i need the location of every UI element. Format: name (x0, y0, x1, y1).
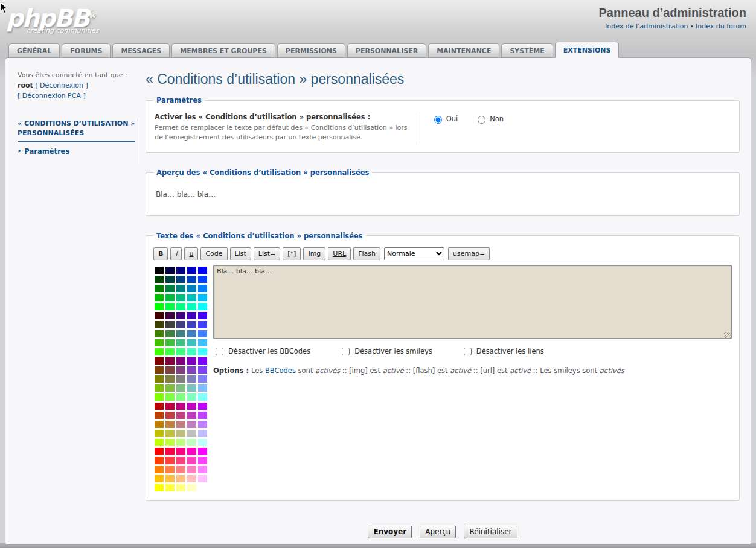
palette-color-swatch[interactable] (155, 321, 164, 328)
radio-non[interactable]: Non (475, 114, 504, 124)
palette-color-swatch[interactable] (176, 384, 185, 392)
palette-color-swatch[interactable] (165, 321, 175, 328)
palette-color-swatch[interactable] (165, 475, 175, 482)
palette-color-swatch[interactable] (187, 312, 196, 319)
palette-color-swatch[interactable] (198, 321, 207, 328)
bbcode-italic-button[interactable]: i (170, 247, 182, 260)
disable-smilies-checkbox[interactable]: Désactiver les smileys (339, 346, 432, 357)
palette-color-swatch[interactable] (155, 475, 164, 482)
palette-color-swatch[interactable] (187, 457, 196, 464)
logout-link[interactable]: [ Déconnexion ] (35, 81, 88, 89)
palette-color-swatch[interactable] (176, 330, 185, 337)
palette-color-swatch[interactable] (198, 466, 207, 473)
palette-color-swatch[interactable] (155, 384, 164, 392)
palette-color-swatch[interactable] (176, 294, 185, 301)
palette-color-swatch[interactable] (187, 366, 196, 374)
palette-color-swatch[interactable] (155, 285, 164, 292)
palette-color-swatch[interactable] (155, 312, 164, 319)
palette-color-swatch[interactable] (198, 439, 207, 446)
palette-color-swatch[interactable] (165, 285, 175, 292)
palette-color-swatch[interactable] (176, 276, 185, 283)
palette-color-swatch[interactable] (155, 330, 164, 337)
envoyer-button[interactable]: Envoyer (368, 526, 412, 538)
palette-color-swatch[interactable] (187, 439, 196, 446)
palette-color-swatch[interactable] (165, 357, 175, 365)
palette-color-swatch[interactable] (165, 403, 175, 410)
palette-color-swatch[interactable] (155, 421, 164, 428)
palette-color-swatch[interactable] (198, 357, 207, 365)
palette-color-swatch[interactable] (165, 457, 175, 464)
palette-color-swatch[interactable] (165, 294, 175, 301)
palette-color-swatch[interactable] (155, 393, 164, 401)
palette-color-swatch[interactable] (155, 348, 164, 355)
palette-color-swatch[interactable] (187, 285, 196, 292)
disable-bbcodes-checkbox[interactable]: Désactiver les BBCodes (213, 346, 310, 357)
palette-color-swatch[interactable] (155, 375, 164, 383)
bbcode-img-button[interactable]: Img (303, 247, 325, 260)
bbcode-list-button[interactable]: List (230, 247, 251, 260)
palette-color-swatch[interactable] (176, 439, 185, 446)
palette-color-swatch[interactable] (187, 466, 196, 473)
palette-color-swatch[interactable] (187, 448, 196, 455)
palette-color-swatch[interactable] (165, 312, 175, 319)
link-admin-index[interactable]: Index de l’administration (605, 22, 688, 30)
palette-color-swatch[interactable] (198, 475, 207, 482)
palette-color-swatch[interactable] (198, 267, 207, 274)
palette-color-swatch[interactable] (155, 412, 164, 419)
bbcode-usemap-button[interactable]: usemap= (448, 247, 490, 260)
radio-oui[interactable]: Oui (431, 114, 458, 124)
palette-color-swatch[interactable] (198, 421, 207, 428)
bbcode-list-item-button[interactable]: [*] (283, 247, 301, 260)
palette-color-swatch[interactable] (165, 484, 175, 491)
palette-color-swatch[interactable] (198, 448, 207, 455)
palette-color-swatch[interactable] (176, 285, 185, 292)
palette-color-swatch[interactable] (187, 267, 196, 274)
palette-color-swatch[interactable] (187, 484, 196, 491)
palette-color-swatch[interactable] (165, 448, 175, 455)
palette-color-swatch[interactable] (176, 430, 185, 437)
palette-color-swatch[interactable] (155, 466, 164, 473)
palette-color-swatch[interactable] (176, 375, 185, 383)
palette-color-swatch[interactable] (155, 357, 164, 365)
palette-color-swatch[interactable] (165, 267, 175, 274)
palette-color-swatch[interactable] (176, 366, 185, 374)
palette-color-swatch[interactable] (165, 303, 175, 310)
palette-color-swatch[interactable] (198, 412, 207, 419)
tab-maintenance[interactable]: MAINTENANCE (428, 43, 499, 58)
tos-text-textarea[interactable]: Bla… bla… bla… (213, 265, 732, 339)
palette-color-swatch[interactable] (155, 276, 164, 283)
palette-color-swatch[interactable] (187, 430, 196, 437)
palette-color-swatch[interactable] (198, 312, 207, 319)
palette-color-swatch[interactable] (198, 348, 207, 355)
palette-color-swatch[interactable] (187, 294, 196, 301)
palette-color-swatch[interactable] (187, 403, 196, 410)
phpbb-logo[interactable]: phpBB® creating communities (6, 2, 99, 37)
palette-color-swatch[interactable] (165, 366, 175, 374)
tab-permissions[interactable]: PERMISSIONS (277, 43, 345, 58)
disable-smilies-input[interactable] (342, 348, 350, 355)
palette-color-swatch[interactable] (155, 294, 164, 301)
font-size-select[interactable]: Normale (384, 247, 444, 260)
palette-color-swatch[interactable] (176, 267, 185, 274)
palette-color-swatch[interactable] (165, 348, 175, 355)
palette-color-swatch[interactable] (187, 321, 196, 328)
radio-oui-input[interactable] (434, 116, 442, 124)
palette-color-swatch[interactable] (165, 412, 175, 419)
palette-color-swatch[interactable] (165, 330, 175, 337)
palette-color-swatch[interactable] (198, 430, 207, 437)
palette-color-swatch[interactable] (198, 457, 207, 464)
palette-color-swatch[interactable] (155, 448, 164, 455)
palette-color-swatch[interactable] (155, 439, 164, 446)
palette-color-swatch[interactable] (176, 357, 185, 365)
link-forum-index[interactable]: Index du forum (696, 22, 746, 30)
palette-color-swatch[interactable] (198, 393, 207, 401)
reinitialiser-button[interactable]: Réinitialiser (464, 526, 517, 538)
palette-color-swatch[interactable] (165, 466, 175, 473)
palette-color-swatch[interactable] (176, 466, 185, 473)
palette-color-swatch[interactable] (187, 393, 196, 401)
palette-color-swatch[interactable] (198, 339, 207, 346)
tab-general[interactable]: GÉNÉRAL (8, 43, 60, 58)
palette-color-swatch[interactable] (187, 330, 196, 337)
radio-non-input[interactable] (478, 116, 485, 124)
palette-color-swatch[interactable] (198, 366, 207, 374)
